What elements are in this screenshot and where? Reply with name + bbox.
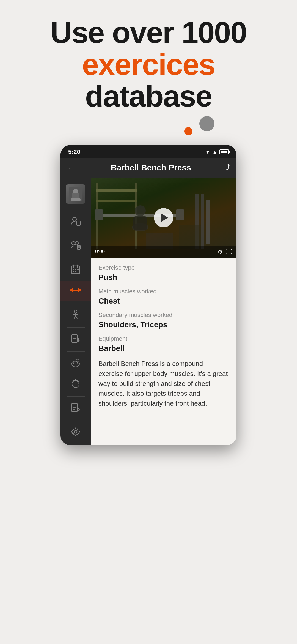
exercise-type-row: Exercise type Push (98, 264, 229, 282)
sidebar-divider-2 (67, 234, 85, 234)
status-icons (205, 148, 229, 155)
sidebar-item-nutrition[interactable] (61, 354, 91, 373)
video-settings-icon[interactable]: ⚙ (218, 249, 223, 255)
promo-line1: Use over 1000 (50, 15, 247, 49)
svg-point-58 (135, 205, 146, 216)
video-right-icons: ⚙ ⛶ (218, 248, 232, 255)
svg-line-42 (77, 380, 78, 381)
share-button[interactable]: ⤴ (226, 163, 230, 172)
workout-plans-icon (71, 334, 81, 345)
sidebar-item-calendar[interactable] (61, 261, 91, 280)
sidebar-divider-8 (67, 421, 85, 421)
calendar-icon (71, 264, 81, 276)
sidebar-divider-7 (67, 396, 85, 397)
nutrition-icon (71, 358, 81, 370)
svg-point-39 (72, 380, 79, 388)
training-icon (71, 309, 81, 321)
svg-rect-51 (96, 189, 137, 192)
svg-rect-24 (72, 288, 73, 292)
video-time: 0:00 (95, 249, 105, 255)
sidebar-divider-1 (67, 210, 85, 210)
avatar (66, 184, 85, 204)
dot-orange (184, 127, 193, 135)
svg-point-8 (72, 242, 75, 245)
svg-rect-10 (77, 245, 80, 249)
sidebar-item-exercises[interactable] (61, 281, 91, 301)
svg-line-31 (76, 316, 77, 319)
svg-rect-63 (179, 225, 201, 249)
battery-icon (219, 149, 229, 154)
exercises-icon (70, 285, 81, 297)
promo-highlight: exercices (82, 47, 215, 81)
sidebar-item-food-plans[interactable] (61, 399, 91, 418)
svg-rect-19 (77, 269, 79, 270)
promo-rest: database (85, 79, 212, 113)
status-bar: 5:20 (61, 145, 237, 158)
svg-rect-26 (73, 290, 78, 291)
sidebar-item-settings[interactable] (61, 423, 91, 443)
promo-title: Use over 1000 exercices database (16, 17, 280, 112)
play-button[interactable] (154, 208, 173, 227)
main-muscles-row: Main muscles worked Chest (98, 288, 229, 305)
svg-point-9 (75, 242, 78, 245)
sidebar-item-meals[interactable] (61, 375, 91, 394)
sidebar-divider-4 (67, 303, 85, 303)
signal-icon (212, 148, 217, 155)
svg-point-48 (74, 430, 77, 433)
video-controls: 0:00 ⚙ ⛶ (91, 246, 237, 258)
back-button[interactable]: ← (67, 163, 76, 173)
sidebar-item-clients[interactable] (61, 236, 91, 256)
exercise-title: Barbell Bench Press (111, 163, 191, 172)
sidebar-divider-3 (67, 258, 85, 258)
svg-rect-60 (201, 194, 204, 249)
svg-point-38 (72, 361, 79, 367)
sidebar-item-avatar[interactable] (61, 181, 91, 208)
equipment-value: Barbell (98, 344, 229, 353)
sidebar-item-training[interactable] (61, 305, 91, 325)
clients-icon (71, 240, 81, 252)
promo-section: Use over 1000 exercices database (0, 0, 297, 145)
svg-rect-18 (75, 269, 76, 270)
secondary-muscles-value: Shoulders, Triceps (98, 320, 229, 329)
fullscreen-icon[interactable]: ⛶ (226, 248, 232, 255)
phone-wrapper: 5:20 ← Barbell Bench Press ⤴ (0, 145, 297, 445)
svg-rect-21 (75, 271, 76, 272)
food-plans-icon (71, 403, 81, 414)
svg-point-4 (73, 217, 76, 221)
profile-icon (71, 216, 81, 228)
exercise-details: Exercise type Push Main muscles worked C… (91, 258, 237, 445)
svg-rect-52 (96, 200, 137, 202)
phone-frame: 5:20 ← Barbell Bench Press ⤴ (61, 145, 237, 445)
svg-rect-25 (78, 288, 79, 292)
dot-gray (199, 116, 215, 131)
exercise-type-label: Exercise type (98, 264, 229, 271)
video-player[interactable]: 0:00 ⚙ ⛶ (91, 178, 237, 258)
secondary-muscles-label: Secondary muscles worked (98, 312, 229, 319)
play-icon (161, 213, 168, 222)
app-header: ← Barbell Bench Press ⤴ (61, 158, 237, 178)
decoration-dots (16, 115, 280, 137)
svg-rect-3 (72, 193, 79, 198)
sidebar-item-profile[interactable] (61, 212, 91, 232)
sidebar-divider-6 (67, 351, 85, 352)
svg-point-27 (74, 310, 77, 313)
exercise-type-value: Push (98, 273, 229, 282)
meals-icon (71, 378, 81, 390)
app-content: 0:00 ⚙ ⛶ Exercise type Push Main mus (61, 178, 237, 445)
svg-rect-54 (95, 209, 103, 220)
settings-icon (71, 427, 81, 439)
main-muscles-label: Main muscles worked (98, 288, 229, 295)
equipment-row: Equipment Barbell (98, 335, 229, 353)
secondary-muscles-row: Secondary muscles worked Shoulders, Tric… (98, 312, 229, 329)
svg-line-30 (74, 316, 76, 319)
svg-rect-17 (73, 269, 74, 270)
sidebar-item-workout-plans[interactable] (61, 330, 91, 349)
sidebar (61, 178, 91, 445)
wifi-icon (205, 148, 210, 155)
svg-rect-61 (206, 200, 210, 244)
svg-line-41 (73, 380, 74, 381)
main-content: 0:00 ⚙ ⛶ Exercise type Push Main mus (91, 178, 237, 445)
sidebar-divider-5 (67, 327, 85, 328)
exercise-description: Barbell Bench Press is a compound exerci… (98, 359, 229, 408)
svg-rect-55 (176, 209, 184, 220)
